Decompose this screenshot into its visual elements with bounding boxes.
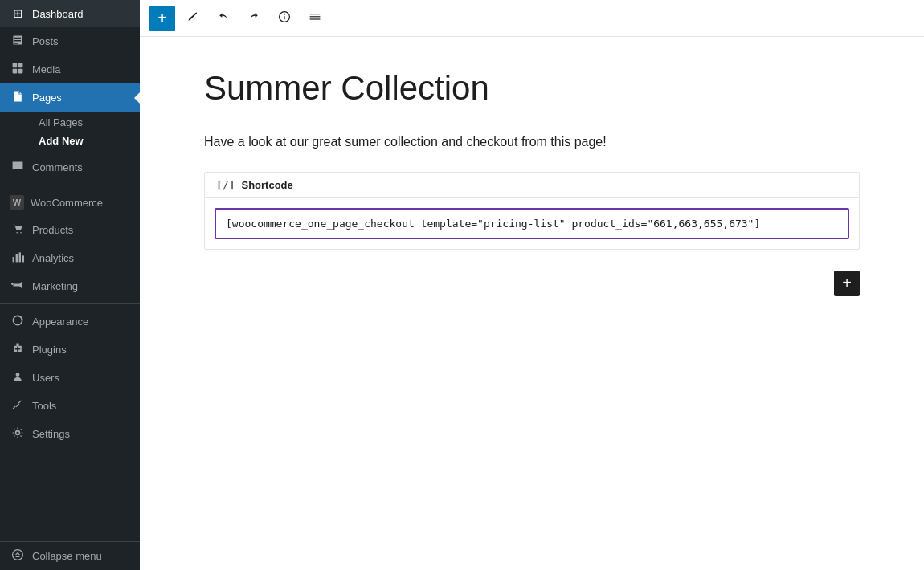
sidebar-item-marketing[interactable]: Marketing: [0, 272, 140, 300]
svg-rect-6: [13, 257, 14, 262]
sidebar-item-products[interactable]: Products: [0, 216, 140, 244]
svg-rect-3: [18, 69, 23, 74]
svg-rect-19: [310, 18, 321, 19]
svg-point-13: [13, 550, 23, 560]
add-block-toolbar-button[interactable]: +: [149, 6, 175, 31]
svg-point-11: [16, 373, 20, 377]
sidebar-item-plugins[interactable]: Plugins: [0, 336, 140, 364]
svg-rect-7: [16, 254, 18, 263]
svg-rect-8: [19, 252, 21, 262]
undo-button[interactable]: [211, 6, 236, 31]
pages-submenu: All Pages Add New: [0, 112, 140, 153]
svg-rect-0: [13, 63, 18, 68]
posts-icon: [10, 34, 26, 49]
sidebar-label-pages: Pages: [32, 92, 62, 104]
sidebar-label-users: Users: [32, 372, 59, 384]
shortcode-header: [/] Shortcode: [205, 173, 859, 198]
sidebar-label-tools: Tools: [32, 400, 56, 412]
sidebar-item-dashboard[interactable]: ⊞ Dashboard: [0, 0, 140, 27]
main-content: + Summer Collect: [140, 0, 924, 570]
sidebar-item-users[interactable]: Users: [0, 364, 140, 392]
sidebar: ⊞ Dashboard Posts Media Pages All Pages …: [0, 0, 140, 570]
analytics-icon: [10, 250, 26, 266]
editor-area: Summer Collection Have a look at our gre…: [140, 37, 924, 570]
shortcode-block: [/] Shortcode: [204, 172, 860, 250]
sidebar-item-media[interactable]: Media: [0, 55, 140, 83]
divider-2: [0, 303, 140, 304]
svg-rect-2: [13, 69, 18, 74]
add-icon: +: [157, 9, 167, 27]
sidebar-label-marketing: Marketing: [32, 280, 78, 292]
sidebar-item-comments[interactable]: Comments: [0, 153, 140, 181]
sidebar-item-analytics[interactable]: Analytics: [0, 244, 140, 272]
shortcode-label: Shortcode: [241, 179, 292, 191]
sidebar-item-pages[interactable]: Pages: [0, 83, 140, 112]
undo-icon: [217, 10, 230, 26]
marketing-icon: [10, 279, 26, 294]
sidebar-label-woocommerce: WooCommerce: [31, 197, 103, 209]
media-icon: [10, 62, 26, 77]
active-arrow: [134, 92, 140, 104]
add-block-container: +: [204, 263, 860, 296]
sidebar-item-settings[interactable]: Settings: [0, 420, 140, 448]
sidebar-label-media: Media: [32, 63, 60, 75]
sidebar-label-comments: Comments: [32, 161, 83, 173]
svg-point-12: [16, 431, 20, 435]
divider-1: [0, 185, 140, 185]
add-new-link[interactable]: Add New: [32, 132, 140, 150]
tools-icon: [10, 398, 26, 413]
sidebar-item-tools[interactable]: Tools: [0, 392, 140, 420]
collapse-label: Collapse menu: [32, 550, 102, 562]
redo-button[interactable]: [241, 6, 267, 31]
page-title[interactable]: Summer Collection: [204, 69, 860, 108]
sidebar-label-dashboard: Dashboard: [32, 8, 84, 20]
sidebar-label-plugins: Plugins: [32, 344, 67, 356]
woocommerce-icon: W: [10, 195, 24, 210]
svg-point-4: [16, 232, 18, 234]
sidebar-label-settings: Settings: [32, 428, 70, 440]
collapse-icon: [10, 548, 26, 564]
sidebar-label-posts: Posts: [32, 35, 59, 47]
svg-point-16: [284, 14, 285, 14]
all-pages-link[interactable]: All Pages: [32, 113, 140, 132]
svg-point-5: [20, 232, 22, 234]
sidebar-item-woocommerce[interactable]: W WooCommerce: [0, 189, 140, 216]
pages-icon: [10, 90, 26, 105]
svg-rect-9: [22, 255, 24, 262]
redo-icon: [247, 10, 260, 26]
collapse-menu-item[interactable]: Collapse menu: [0, 541, 140, 570]
shortcode-body: [205, 198, 859, 249]
tools-menu-button[interactable]: [302, 6, 328, 31]
add-block-button[interactable]: +: [834, 271, 860, 296]
comments-icon: [10, 160, 26, 175]
editor-toolbar: +: [140, 0, 924, 37]
shortcode-block-icon: [/]: [216, 179, 235, 191]
page-description[interactable]: Have a look at our great sumer collectio…: [204, 132, 860, 153]
sidebar-item-appearance[interactable]: Appearance: [0, 307, 140, 336]
info-icon: [278, 10, 291, 26]
appearance-icon: [10, 314, 26, 329]
plugins-icon: [10, 342, 26, 357]
sidebar-label-products: Products: [32, 224, 73, 236]
shortcode-input[interactable]: [215, 208, 849, 239]
dashboard-icon: ⊞: [10, 6, 26, 21]
svg-rect-18: [310, 16, 321, 17]
svg-rect-17: [310, 14, 321, 14]
edit-button[interactable]: [180, 6, 206, 31]
pencil-icon: [186, 10, 199, 26]
sidebar-item-posts[interactable]: Posts: [0, 27, 140, 55]
svg-rect-1: [18, 63, 23, 68]
products-icon: [10, 222, 26, 238]
settings-icon: [10, 426, 26, 442]
sidebar-label-analytics: Analytics: [32, 252, 74, 264]
users-icon: [10, 370, 26, 385]
plus-icon: +: [842, 274, 852, 292]
info-button[interactable]: [272, 6, 297, 31]
sidebar-label-appearance: Appearance: [32, 316, 88, 328]
hamburger-icon: [309, 10, 321, 26]
